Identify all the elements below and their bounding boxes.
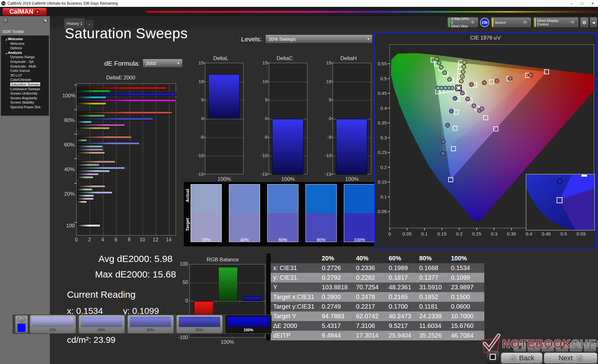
sidebar-item-options[interactable]: Options <box>1 46 49 50</box>
source-status-bar <box>492 18 493 27</box>
dh-chart-ytick: -15 <box>323 171 331 177</box>
deltae-xtick: 8 <box>126 237 132 243</box>
svg-text:0.25: 0.25 <box>378 150 387 155</box>
close-button[interactable]: ✕ <box>587 0 598 7</box>
table-cell: 0.2726 <box>322 264 341 272</box>
sidebar-item-spectral-power-dist-[interactable]: Spectral Power Dist. <box>1 105 49 110</box>
sidebar-item-grayscale-multi[interactable]: Grayscale - Multi <box>1 64 49 69</box>
transport-button-6[interactable] <box>583 342 596 352</box>
sidebar-item-grayscale-2pt[interactable]: Grayscale - 2pt <box>1 59 49 64</box>
main-content: Saturation Sweeps Levels: 20% Sweeps ▼ d… <box>50 29 598 364</box>
sidebar-item-label: Welcome <box>10 42 25 45</box>
source-select[interactable]: Source ▼ <box>491 17 531 28</box>
table-row-label: ΔE 2000 <box>273 322 297 329</box>
svg-text:0.3: 0.3 <box>491 231 497 236</box>
swatch-compare-panel: Actual Target 20%40%60%80%100% <box>184 182 374 246</box>
sidebar-item-screen-angularity[interactable]: Screen Angularity <box>1 96 49 100</box>
cie-measured-green <box>434 57 439 61</box>
saturation-button-40%[interactable]: 40% <box>79 315 125 333</box>
actual-swatch-40% <box>229 184 260 213</box>
deltae-group-label: 100 <box>62 223 75 229</box>
deltae-bar-80%-magenta <box>77 124 125 126</box>
sidebar-item-color-gamut[interactable]: Color Gamut <box>1 68 49 73</box>
cie-measured-blue <box>453 96 457 100</box>
sidebar-collapse-icon[interactable]: ◀ <box>42 17 48 23</box>
saturation-button-20%[interactable]: 20% <box>30 315 76 333</box>
table-cell: 0.2336 <box>356 264 375 272</box>
sidebar-item-saturation-sweeps[interactable]: Saturation Sweeps <box>1 82 49 87</box>
collapse-up-button[interactable]: ▲ <box>18 316 25 323</box>
meter-status-bar <box>448 18 450 27</box>
transport-button-4[interactable] <box>555 342 568 352</box>
cie-measured-yellow <box>459 79 463 83</box>
dl-chart-ytick: -5 <box>196 134 204 140</box>
workflow-dot-button[interactable] <box>3 18 8 23</box>
back-button[interactable]: « Back <box>501 352 543 364</box>
table-header-40%: 40% <box>356 255 368 262</box>
sidebar-item-screen-stability[interactable]: Screen Stability <box>1 100 49 105</box>
inset-marker-dash <box>581 175 587 177</box>
saturation-chip <box>32 317 74 327</box>
table-cell: 9.4944 <box>322 332 341 339</box>
levels-value: 20% Sweeps <box>268 36 296 42</box>
sidebar-item-dynamic-range[interactable]: Dynamic Range <box>1 55 49 59</box>
table-header-60%: 60% <box>389 255 401 262</box>
meter-count-badge[interactable]: 236 <box>480 18 489 27</box>
saturation-label: 20% <box>30 328 76 332</box>
settings-button[interactable]: ⚙ <box>580 17 589 28</box>
table-row-label: Y <box>273 284 277 291</box>
transport-button-2[interactable] <box>527 342 540 352</box>
table-row-label: x: CIE31 <box>273 264 297 272</box>
deltae-bar-40%-blue <box>77 167 125 169</box>
sidebar-item-welcome[interactable]: ◢Welcome <box>1 37 49 41</box>
sweep-mini-panel: ▲ <box>15 315 28 333</box>
rgb-ytick: 50 <box>174 280 188 285</box>
source-dropdown-icon: ▼ <box>521 20 529 25</box>
sidebar-item-welcome[interactable]: Welcome <box>1 41 49 46</box>
saturation-button-60%[interactable]: 60% <box>128 315 173 333</box>
sidebar-item-label: Screen Uniformity <box>10 91 37 95</box>
sidebar-item-colorchecker[interactable]: ColorChecker <box>1 77 49 82</box>
svg-text:0.2: 0.2 <box>380 165 387 170</box>
meter-select[interactable]: X-Rite i1Pro 2 Direct View ▼ <box>447 17 478 28</box>
formula-select[interactable]: 2000 ▼ <box>143 59 183 68</box>
maximize-button[interactable]: ▢ <box>577 0 587 7</box>
table-cell: 0.1099 <box>451 274 470 281</box>
deltae-xtick: 6 <box>113 237 119 243</box>
transport-button-5[interactable] <box>569 342 582 352</box>
swatch-column-100% <box>344 184 375 242</box>
minimize-button[interactable]: – <box>566 0 577 7</box>
deltae-bar-100%-blue <box>77 93 176 96</box>
table-cell: 0.1700 <box>389 303 408 310</box>
panel-collapse-button[interactable]: ◀ <box>590 17 597 28</box>
calman-logo-button[interactable]: CalMAN ▼ <box>2 8 47 16</box>
rgb-bar-green <box>218 267 238 301</box>
sidebar-item-luminance-sweeps[interactable]: Luminance Sweeps <box>1 87 49 91</box>
table-cell: 0.0600 <box>451 303 470 310</box>
sidebar-item-label: ColorChecker <box>10 78 31 82</box>
table-cell: 0.2478 <box>356 293 375 301</box>
saturation-label: 60% <box>128 328 173 332</box>
sidebar-item-3d-lut[interactable]: 3D LUT <box>1 73 49 78</box>
sidebar-item-screen-uniformity[interactable]: Screen Uniformity <box>1 91 49 96</box>
saturation-button-80%[interactable]: 80% <box>177 315 222 333</box>
saturation-button-100%[interactable]: 100% <box>225 315 271 333</box>
deltae-bar-60%-blue <box>77 142 140 145</box>
deltae-bar-60%-magenta <box>77 148 103 151</box>
calman-app: CM CalMAN 2019 CalMAN Ultimate for Busin… <box>0 0 598 364</box>
sidebar-item-analysis[interactable]: ◢Analysis <box>1 50 49 55</box>
stop-button[interactable] <box>486 350 500 364</box>
svg-text:0.05: 0.05 <box>402 231 411 236</box>
cie-measured-red <box>529 73 533 77</box>
transport-button-1[interactable] <box>513 342 526 352</box>
formula-dropdown-icon: ▼ <box>177 62 180 65</box>
display-control-select[interactable]: Direct Display Control ▼ <box>533 17 579 28</box>
back-chevron-icon: « <box>509 355 516 362</box>
table-row-target-y: Target Y94.788362.074240.247324.233910.7… <box>266 311 484 321</box>
table-cell: 0.1852 <box>419 293 438 301</box>
table-cell: 0.2800 <box>322 293 341 301</box>
next-button[interactable]: Next » <box>544 352 597 364</box>
levels-select[interactable]: 20% Sweeps ▼ <box>265 35 373 43</box>
display-control-status-bar <box>534 18 536 27</box>
transport-button-3[interactable] <box>541 342 554 352</box>
